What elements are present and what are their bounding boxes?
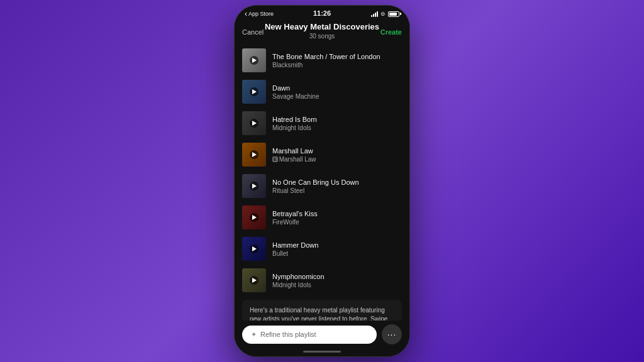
track-thumbnail [242, 80, 266, 104]
track-thumbnail [242, 268, 266, 292]
track-info: Marshall Law E Marshall Law [272, 146, 402, 162]
status-icons: ⊜ [371, 11, 399, 17]
track-thumbnail [242, 174, 266, 198]
more-icon: ··· [387, 329, 397, 339]
track-info: Betrayal's Kiss FireWolfe [272, 209, 402, 225]
track-item[interactable]: The Bone March / Tower of London Blacksm… [235, 45, 409, 76]
track-item[interactable]: Hammer Down Bullet [235, 233, 409, 265]
explicit-badge: E [272, 156, 278, 162]
track-list: The Bone March / Tower of London Blacksm… [235, 45, 409, 296]
track-info: Hammer Down Bullet [272, 241, 402, 256]
track-artist: E Marshall Law [272, 156, 402, 163]
track-item[interactable]: No One Can Bring Us Down Ritual Steel [235, 170, 409, 202]
play-button[interactable] [250, 276, 258, 285]
track-item[interactable]: Hatred Is Born Midnight Idols [235, 107, 409, 139]
track-thumbnail [242, 206, 266, 229]
home-indicator [235, 348, 409, 356]
track-item[interactable]: Betrayal's Kiss FireWolfe [235, 202, 409, 233]
home-bar [303, 351, 341, 353]
track-artist: Midnight Idols [272, 282, 402, 288]
play-button[interactable] [250, 182, 258, 190]
sparkle-icon: ✦ [251, 331, 257, 339]
track-thumbnail [242, 143, 266, 167]
wifi-icon: ⊜ [380, 11, 386, 17]
play-button[interactable] [250, 244, 258, 253]
cancel-button[interactable]: Cancel [242, 28, 264, 36]
track-name: Nymphonomicon [272, 272, 402, 281]
track-item[interactable]: Nymphonomicon Midnight Idols [235, 265, 409, 296]
battery-icon [388, 11, 399, 17]
create-button[interactable]: Create [380, 28, 402, 36]
playlist-title: New Heavy Metal Discoveries [242, 22, 402, 33]
back-label[interactable]: App Store [245, 9, 274, 18]
refine-input[interactable]: ✦ Refine this playlist [242, 326, 377, 344]
track-artist: FireWolfe [272, 219, 402, 226]
track-artist: Ritual Steel [272, 187, 402, 194]
song-count: 30 songs [242, 33, 402, 40]
track-name: The Bone March / Tower of London [272, 52, 402, 61]
signal-icon [371, 11, 378, 17]
track-thumbnail [242, 111, 266, 135]
play-button[interactable] [250, 150, 258, 159]
track-name: No One Can Bring Us Down [272, 178, 402, 187]
track-info: Dawn Savage Machine [272, 84, 402, 99]
play-button[interactable] [250, 119, 258, 128]
track-info: Hatred Is Born Midnight Idols [272, 115, 402, 131]
track-name: Dawn [272, 84, 402, 92]
play-button[interactable] [250, 56, 258, 65]
track-name: Hatred Is Born [272, 115, 402, 124]
track-name: Hammer Down [272, 241, 402, 250]
track-info: The Bone March / Tower of London Blacksm… [272, 52, 402, 68]
track-thumbnail [242, 48, 266, 72]
track-thumbnail [242, 237, 266, 261]
track-item[interactable]: Marshall Law E Marshall Law [235, 139, 409, 170]
track-artist: Bullet [272, 250, 402, 257]
phone-frame: App Store 11:26 ⊜ Cancel New Heavy Metal… [234, 5, 410, 357]
play-button[interactable] [250, 87, 258, 96]
bottom-bar: ✦ Refine this playlist ··· [235, 321, 409, 348]
playlist-header: Cancel New Heavy Metal Discoveries 30 so… [235, 19, 409, 45]
play-button[interactable] [250, 213, 258, 222]
refine-placeholder: Refine this playlist [260, 331, 316, 338]
track-info: No One Can Bring Us Down Ritual Steel [272, 178, 402, 194]
track-artist: Savage Machine [272, 93, 402, 100]
track-artist: Midnight Idols [272, 124, 402, 131]
track-info: Nymphonomicon Midnight Idols [272, 272, 402, 288]
status-time: 11:26 [313, 9, 331, 17]
track-list-container: The Bone March / Tower of London Blacksm… [235, 45, 409, 321]
description-box: Here's a traditional heavy metal playlis… [242, 300, 402, 321]
track-item[interactable]: Dawn Savage Machine [235, 76, 409, 107]
track-name: Marshall Law [272, 146, 402, 155]
status-bar: App Store 11:26 ⊜ [235, 6, 409, 19]
more-options-button[interactable]: ··· [382, 324, 402, 344]
description-text: Here's a traditional heavy metal playlis… [250, 306, 394, 321]
track-artist: Blacksmith [272, 62, 402, 69]
track-name: Betrayal's Kiss [272, 209, 402, 218]
